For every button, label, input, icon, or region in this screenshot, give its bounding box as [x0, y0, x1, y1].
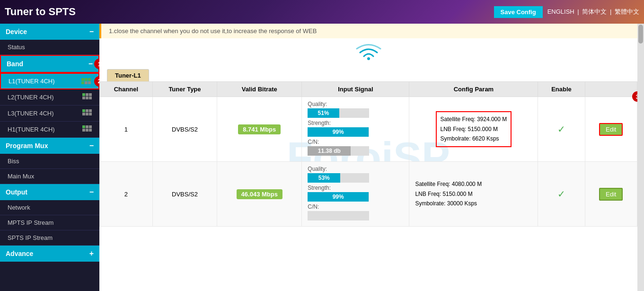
scrollbar-thumb[interactable]	[638, 25, 643, 44]
svg-rect-6	[82, 93, 85, 96]
sidebar-item-l2[interactable]: L2(TUNER 4CH)	[0, 89, 99, 106]
svg-rect-17	[89, 113, 92, 115]
biss-label: Biss	[8, 158, 19, 165]
cell-config-param: Satellite Freq: 4080.000 MLNB Freq: 5150…	[409, 162, 538, 227]
l3-icon	[82, 109, 92, 117]
strength-label: Strength:	[308, 185, 403, 191]
main-mux-label: Main Mux	[8, 173, 34, 180]
main-layout: Device − Status Band − 1 L1(TUNER 4CH)	[0, 24, 644, 291]
cell-input-signal: Quality:53%Strength:99%C/N:	[302, 162, 409, 227]
cell-channel: 1	[100, 97, 153, 162]
svg-rect-7	[86, 93, 88, 96]
l3-label: L3(TUNER 4CH)	[8, 110, 54, 117]
lang-english[interactable]: ENGLISH	[547, 8, 574, 15]
svg-rect-0	[81, 78, 84, 81]
vertical-scrollbar[interactable]	[637, 24, 644, 291]
program-mux-toggle[interactable]: −	[89, 141, 94, 150]
h1-icon	[82, 125, 92, 133]
lang-traditional[interactable]: 繁體中文	[615, 8, 639, 15]
program-mux-label: Program Mux	[6, 142, 48, 150]
output-label: Output	[6, 188, 27, 196]
sidebar-item-main-mux[interactable]: Main Mux	[0, 169, 99, 184]
sidebar: Device − Status Band − 1 L1(TUNER 4CH)	[0, 24, 99, 291]
notice-bar: 1.close the channel when you do not use …	[99, 24, 637, 38]
sidebar-section-device[interactable]: Device −	[0, 24, 99, 40]
wifi-icon	[354, 42, 383, 63]
svg-rect-15	[82, 113, 85, 115]
sidebar-item-l1[interactable]: L1(TUNER 4CH)	[0, 73, 99, 89]
sidebar-section-program-mux[interactable]: Program Mux −	[0, 138, 99, 154]
lang-simplified[interactable]: 简体中文	[582, 8, 607, 15]
quality-label: Quality:	[308, 101, 403, 107]
svg-rect-1	[85, 78, 88, 81]
cell-bitrate: 8.741 Mbps	[217, 97, 302, 162]
svg-rect-18	[82, 125, 85, 128]
quality-fill: 53%	[308, 173, 340, 183]
cn-label: C/N:	[308, 203, 403, 210]
save-config-button[interactable]: Save Config	[494, 6, 543, 18]
quality-bar: 53%	[308, 173, 369, 183]
step3-badge: 3	[632, 91, 637, 102]
cell-enable: ✓	[538, 162, 585, 227]
sidebar-section-advance[interactable]: Advance +	[0, 246, 99, 262]
col-action	[585, 82, 637, 97]
device-toggle[interactable]: −	[89, 27, 94, 36]
header-controls: Save Config ENGLISH | 简体中文 | 繁體中文	[494, 6, 639, 18]
network-label: Network	[8, 204, 30, 211]
col-tuner-type: Tuner Type	[152, 82, 217, 97]
config-param-text: Satellite Freq: 3924.000 MLNB Freq: 5150…	[436, 111, 512, 147]
band-section-wrapper: Band − 1	[0, 55, 99, 73]
sidebar-section-output[interactable]: Output −	[0, 184, 99, 200]
sidebar-item-status[interactable]: Status	[0, 40, 99, 55]
svg-rect-22	[86, 129, 88, 132]
cell-edit: Edit	[585, 162, 637, 227]
sidebar-item-l3[interactable]: L3(TUNER 4CH)	[0, 106, 99, 122]
sidebar-item-biss[interactable]: Biss	[0, 154, 99, 169]
quality-fill: 51%	[308, 108, 339, 118]
language-switcher: ENGLISH | 简体中文 | 繁體中文	[547, 8, 639, 16]
col-channel: Channel	[100, 82, 153, 97]
col-valid-bitrate: Valid Bitrate	[217, 82, 302, 97]
sidebar-item-mpts[interactable]: MPTS IP Stream	[0, 215, 99, 230]
svg-rect-13	[86, 109, 88, 112]
svg-rect-4	[85, 81, 88, 84]
output-toggle[interactable]: −	[89, 188, 94, 196]
device-label: Device	[6, 28, 27, 35]
sidebar-item-network[interactable]: Network	[0, 200, 99, 215]
cn-bar	[308, 211, 369, 220]
notice-text: 1.close the channel when you do not use …	[109, 27, 317, 35]
advance-label: Advance	[6, 250, 33, 257]
cell-tuner-type: DVBS/S2	[152, 97, 217, 162]
cell-enable: ✓	[538, 97, 585, 162]
col-input-signal: Input Signal	[302, 82, 409, 97]
content-inner[interactable]: 1.close the channel when you do not use …	[99, 24, 637, 291]
data-table: Channel Tuner Type Valid Bitrate Input S…	[99, 81, 637, 227]
cn-fill: 11.38 db	[308, 146, 351, 156]
edit-button[interactable]: Edit	[599, 123, 623, 136]
strength-bar: 99%	[308, 127, 369, 137]
table-row: 2DVBS/S246.043 MbpsQuality:53%Strength:9…	[100, 162, 637, 227]
strength-bar: 99%	[308, 192, 369, 202]
svg-rect-21	[82, 129, 85, 132]
svg-rect-16	[86, 113, 88, 115]
content-area: ForoiSP 1.close the channel when you do …	[99, 24, 637, 291]
tab-bar: Tuner-L1	[99, 65, 637, 81]
quality-bar: 51%	[308, 108, 369, 118]
app-title: Tuner to SPTS	[5, 6, 76, 18]
sidebar-item-spts[interactable]: SPTS IP Stream	[0, 230, 99, 246]
h1-label: H1(TUNER 4CH)	[8, 126, 55, 133]
advance-toggle[interactable]: +	[89, 249, 94, 258]
svg-rect-19	[86, 125, 88, 128]
cell-tuner-type: DVBS/S2	[152, 162, 217, 227]
strength-fill: 99%	[308, 192, 369, 202]
sidebar-section-band[interactable]: Band −	[0, 55, 99, 73]
col-config-param: Config Param	[409, 82, 538, 97]
strength-fill: 99%	[308, 127, 369, 137]
tab-tuner-l1[interactable]: Tuner-L1	[107, 69, 149, 81]
wifi-icon-area	[99, 38, 637, 65]
svg-rect-8	[89, 93, 92, 96]
sidebar-item-h1[interactable]: H1(TUNER 4CH)	[0, 122, 99, 138]
edit-button[interactable]: Edit	[599, 188, 623, 201]
band-toggle[interactable]: −	[88, 60, 93, 68]
cell-config-param: Satellite Freq: 3924.000 MLNB Freq: 5150…	[409, 97, 538, 162]
